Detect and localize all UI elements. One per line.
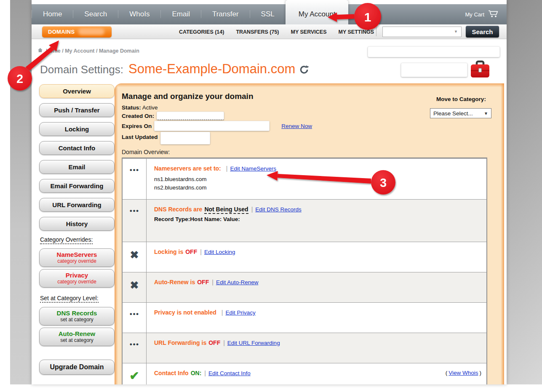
subnav-divider [376,27,376,36]
sidebar-item[interactable]: Email Forwarding [39,179,115,193]
subnav-tab[interactable]: CATEGORIES (14) [179,29,224,35]
cart-icon [488,10,499,19]
subnav-tab-domains[interactable]: DOMAINS [42,26,112,37]
move-to-category: Move to Category: Please Select... ▼ [430,96,492,118]
redacted-box [368,46,500,57]
my-cart-label: My Cart [465,11,485,18]
breadcrumb[interactable]: Home / My Account / Manage Domain [37,48,139,54]
refresh-icon[interactable] [299,65,309,76]
row-title: Locking is [154,248,183,255]
sidebar-item[interactable]: History [39,217,115,231]
table-row: ●●● Nameservers are set to:|Edit NameSer… [123,158,486,199]
desktop-edge-left [10,0,32,384]
override-label: Privacy [66,272,88,279]
row-edit-link[interactable]: Edit URL Forwarding [227,340,280,346]
nav-tab[interactable]: WhoIs [118,10,160,18]
override-sub-label: category override [57,279,96,285]
row-right-note [479,279,481,285]
row-status-icon: ✖ [123,272,147,302]
search-button[interactable]: Search [466,26,499,37]
table-row: ●●● Privacy is not enabled|Edit Privacy [123,302,486,333]
nav-tab-my-account[interactable]: My Account [286,0,348,24]
nav-tab[interactable]: Email [160,10,201,18]
redacted-created-date [157,112,224,120]
domain-name: Some-Example-Domain.com [128,61,295,77]
row-status-icon: ✔ [123,363,147,384]
row-edit-link[interactable]: Edit Contact Info [208,370,251,376]
browser-page: HomeSearchWhoIsEmailTransferSSL My Accou… [32,0,507,384]
row-right-note: (View Whois) [446,370,481,376]
override-label: NameServers [57,251,97,259]
toolbox-icon[interactable] [470,59,491,81]
sidebar-override-item[interactable]: Privacy category override [39,269,115,288]
row-edit-link[interactable]: Edit Auto-Renew [216,279,259,285]
row-edit-link[interactable]: Edit NameServers [230,165,276,172]
row-status-icon: ●●● [123,333,147,363]
table-row: ✖ Locking isOFF|Edit Locking [123,242,486,272]
chevron-down-icon: ▼ [484,111,488,116]
row-right-note [479,248,481,255]
sidebar-item[interactable]: URL Forwarding [39,198,115,212]
redacted-expires-date [154,121,270,131]
category-label: DNS Records [57,310,97,317]
subnav-tab[interactable]: TRANSFERS (75) [236,29,279,35]
row-right-note [479,339,481,346]
domain-overview-label: Domain Overview: [122,149,504,155]
row-details: ns1.bluestardns.com ns2.bluestardns.com [154,175,480,192]
move-to-category-select[interactable]: Please Select... ▼ [430,108,491,118]
category-sub-label: set at category [60,317,93,323]
row-status-icon: ●●● [123,200,147,242]
row-edit-link[interactable]: Edit DNS Records [255,206,302,213]
row-title: Auto-Renew is [154,279,195,285]
category-label: Auto-Renew [59,331,96,338]
content: Overview Push / TransferLockingContact I… [32,83,507,384]
nav-tab[interactable]: Home [32,10,73,18]
domain-panel: Manage and organize your domain Status: … [115,83,504,384]
sub-navigation: DOMAINS CATEGORIES (14)TRANSFERS (75)MY … [32,24,507,39]
set-at-category-heading: Set at Category Level: [40,295,99,303]
row-title: URL Forwarding is [154,339,206,346]
row-status-icon: ●●● [123,159,147,199]
row-title: DNS Records are [154,206,202,213]
row-status-icon: ✖ [123,242,147,272]
sidebar-item-overview[interactable]: Overview [39,84,115,98]
move-to-category-value: Please Select... [433,110,473,117]
top-navigation: HomeSearchWhoIsEmailTransferSSL My Accou… [32,4,507,24]
nav-tab[interactable]: Search [73,10,118,18]
subnav-tab[interactable]: MY SERVICES [291,29,327,35]
subnav-tab[interactable]: MY SETTINGS [339,29,374,35]
sidebar-category-item[interactable]: DNS Records set at category [39,307,115,325]
table-row: ✔ Contact InfoON:|Edit Contact Info [123,363,486,384]
sidebar-item[interactable]: Locking [39,122,115,136]
desktop-edge-right [507,0,542,384]
page-title: Domain Settings: Some-Example-Domain.com [40,61,309,77]
row-edit-link[interactable]: Edit Locking [204,249,235,255]
nav-tab[interactable]: Transfer [201,10,250,18]
sidebar-category-item[interactable]: Auto-Renew set at category [39,328,115,346]
domain-overview-table: ●●● Nameservers are set to:|Edit NameSer… [122,157,487,384]
sidebar-item[interactable]: Email [39,160,115,174]
view-whois-link[interactable]: View Whois [449,370,478,376]
domain-search-select[interactable]: ▼ [382,27,462,37]
sidebar-item-upgrade-domain[interactable]: Upgrade Domain [39,360,115,375]
redacted-box [401,63,467,77]
nav-tab[interactable]: SSL [250,10,286,18]
row-edit-link[interactable]: Edit Privacy [225,309,255,316]
table-row: ●●● URL Forwarding isOFF|Edit URL Forwar… [123,333,486,363]
sidebar: Overview Push / TransferLockingContact I… [32,83,115,384]
sidebar-override-item[interactable]: NameServers category override [39,248,115,267]
redacted-updated-date [160,132,210,144]
row-details: Record Type:Host Name: Value: [154,215,480,224]
my-cart[interactable]: My Cart [465,4,507,24]
page: HomeSearchWhoIsEmailTransferSSL My Accou… [0,0,542,392]
updated-line: Last Updated [122,132,504,144]
page-title-label: Domain Settings: [40,63,123,76]
row-title: Nameservers are set to: [154,165,221,172]
sidebar-item[interactable]: Contact Info [39,141,115,155]
category-sub-label: set at category [60,338,93,343]
status-value: Active [142,104,158,111]
expires-line: Expires OnRenew Now [122,121,504,131]
sidebar-item[interactable]: Push / Transfer [39,103,115,117]
row-status-icon: ●●● [123,303,147,333]
renew-now-link[interactable]: Renew Now [281,123,312,129]
